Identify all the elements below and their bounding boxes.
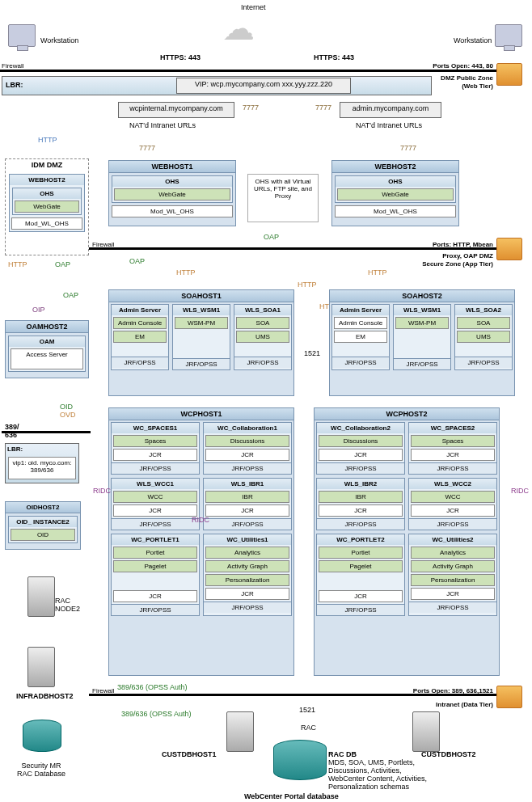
w2-ibr-jrf: JRF/OPSS: [317, 518, 404, 530]
firewall-2-icon: [496, 238, 522, 260]
w1-wcc-t: WLS_WCC1: [112, 479, 199, 489]
w1-pers: Personalization: [205, 574, 289, 586]
w2-collab-jcr: JCR: [319, 449, 403, 461]
wcphost1: WCPHOST1 WC_SPACES1 Spaces JCR JRF/OPSS …: [108, 407, 294, 676]
w1-collab-t: WC_Collaboration1: [204, 423, 291, 433]
soahost2: SOAHOST2 Admin Server Admin Console EM J…: [329, 289, 515, 396]
idm-dmz-title: IDM DMZ: [6, 159, 88, 171]
oidhost2-title: OIDHOST2: [6, 502, 80, 513]
w2-util-t: WC_Utilities2: [409, 534, 496, 545]
firewall-1-line: [0, 70, 522, 72]
soahost1-title: SOAHOST1: [109, 290, 293, 302]
ridc4: RIDC: [511, 487, 529, 495]
nat-right: admin.mycompany.com: [340, 102, 441, 118]
w2-disc: Discussions: [319, 435, 403, 447]
soa2-soa: SOA: [457, 317, 510, 329]
w2-wcc-jrf: JRF/OPSS: [409, 518, 496, 530]
webhost2: WEBHOST2 OHS WebGate Mod_WL_OHS: [331, 160, 459, 226]
w2-pers: Personalization: [411, 574, 495, 586]
soa2-jrf3: JRF/OPSS: [455, 357, 512, 368]
oidhost2: OIDHOST2 OID_ INSTANCE2 OID: [5, 501, 81, 550]
portal-db: WebCenter Portal database: [244, 792, 339, 800]
firewall-1-icon: [496, 63, 522, 86]
lbr2-vip: vip1: oid. myco.com: 389/636: [8, 457, 76, 479]
idm-http: HTTP: [38, 136, 57, 144]
idm-webhost2-title: WEBHOST2: [10, 175, 84, 185]
w2-graph: Activity Graph: [411, 560, 495, 572]
webhost1-ohs: OHS: [112, 176, 232, 187]
webhost1-title: WEBHOST1: [109, 161, 235, 173]
w2-wcc-t: WLS_WCC2: [409, 479, 496, 489]
webhost1: WEBHOST1 OHS WebGate Mod_WL_OHS: [108, 160, 236, 226]
infradb-lbl: INFRADBHOST2: [16, 692, 74, 700]
oid-inst: OID_ INSTANCE2: [9, 517, 77, 527]
firewall-3-label: Firewall: [92, 687, 115, 694]
idm-webgate: WebGate: [15, 200, 79, 213]
firewall-2-ports: Ports: HTTP, Mbean: [433, 241, 493, 248]
w1-spaces-jcr: JCR: [113, 449, 197, 461]
webhost2-webgate: WebGate: [337, 188, 454, 200]
firewall-3-zone: Intranet (Data Tier): [436, 701, 493, 708]
soahost2-title: SOAHOST2: [330, 290, 514, 302]
webhost2-mod: Mod_WL_OHS: [335, 205, 456, 217]
w2-ibr: IBR: [319, 491, 403, 503]
nat-left: wcpinternal.mycompany.com: [118, 102, 234, 118]
soa1-em: EM: [113, 331, 167, 343]
idm-dmz: IDM DMZ WEBHOST2 OHS WebGate Mod_WL_OHS: [5, 158, 89, 255]
w1-wcc-jrf: JRF/OPSS: [112, 518, 199, 530]
w2-util-jrf: JRF/OPSS: [409, 602, 496, 613]
firewall-1-zone: DMZ Public Zone: [441, 74, 493, 82]
infradb-icon: [27, 647, 55, 687]
w2-port-t: WC_PORTLET2: [317, 534, 404, 545]
soa2-soa-hdr: WLS_SOA2: [455, 305, 512, 315]
p1521: 1521: [299, 706, 315, 714]
l-oap: OAP: [55, 260, 70, 268]
wcphost2-title: WCPHOST2: [315, 408, 499, 420]
soa1-jrf3: JRF/OPSS: [234, 357, 291, 368]
w1-disc: Discussions: [205, 435, 289, 447]
l-http4: HTTP: [368, 268, 387, 276]
firewall-3-icon: [496, 686, 522, 708]
w2-analytics: Analytics: [411, 547, 495, 559]
https-right: HTTPS: 443: [314, 53, 354, 61]
w2-spaces-t: WC_SPACES2: [409, 423, 496, 433]
w2-port-jcr: JCR: [319, 590, 403, 602]
w1-portlet: Portlet: [113, 547, 197, 559]
soa2-console: Admin Console: [334, 317, 387, 329]
nat-left-lbl: NAT'd Intranet URLs: [129, 121, 196, 129]
w1-util-t: WC_Utilities1: [204, 534, 291, 545]
p1521-mid: 1521: [304, 349, 320, 357]
w1-pagelet: Pagelet: [113, 560, 197, 572]
w2-collab-t: WC_Collaboration2: [317, 423, 404, 433]
lbr-label: LBR:: [6, 81, 23, 89]
l-oap3: OAP: [63, 291, 78, 299]
nat-right-lbl: NAT'd Intranet URLs: [356, 121, 422, 129]
w1-ibr: IBR: [205, 491, 289, 503]
workstation-right-icon: [495, 24, 522, 47]
w1-ibr-t: WLS_IBR1: [204, 479, 291, 489]
firewall-3-ports: Ports Open: 389, 636,1521: [413, 687, 493, 694]
firewall-1-ports: Ports Open: 443, 80: [433, 62, 493, 70]
soa2-wsm: WLS_WSM1: [394, 305, 450, 315]
https-left: HTTPS: 443: [160, 53, 201, 61]
opss1: 389/636 (OPSS Auth): [117, 683, 188, 691]
w2-ibr-t: WLS_IBR2: [317, 479, 404, 489]
p7777-3: 7777: [139, 144, 155, 152]
w2-spaces-jcr: JCR: [411, 449, 495, 461]
w2-portlet: Portlet: [319, 547, 403, 559]
soa2-wsmpm: WSM-PM: [395, 317, 449, 329]
secdb-lbl: Security MR RAC Database: [13, 762, 70, 778]
w1-wcc: WCC: [113, 491, 197, 503]
soa1-soa: SOA: [236, 317, 289, 329]
w2-util-jcr: JCR: [411, 588, 495, 600]
webhost1-webgate: WebGate: [114, 188, 230, 200]
soa2-em: EM: [334, 331, 387, 343]
w2-pagelet: Pagelet: [319, 560, 403, 572]
w2-collab-jrf: JRF/OPSS: [317, 462, 404, 474]
lbr2-lbl: LBR:: [6, 444, 78, 454]
firewall-2-zone: Proxy, OAP DMZ: [442, 252, 493, 260]
racdb-lbl: RAC DB: [328, 750, 357, 758]
webhost1-mod: Mod_WL_OHS: [112, 205, 233, 217]
l-oid: OID: [60, 403, 73, 411]
soa1-console: Admin Console: [113, 317, 167, 329]
